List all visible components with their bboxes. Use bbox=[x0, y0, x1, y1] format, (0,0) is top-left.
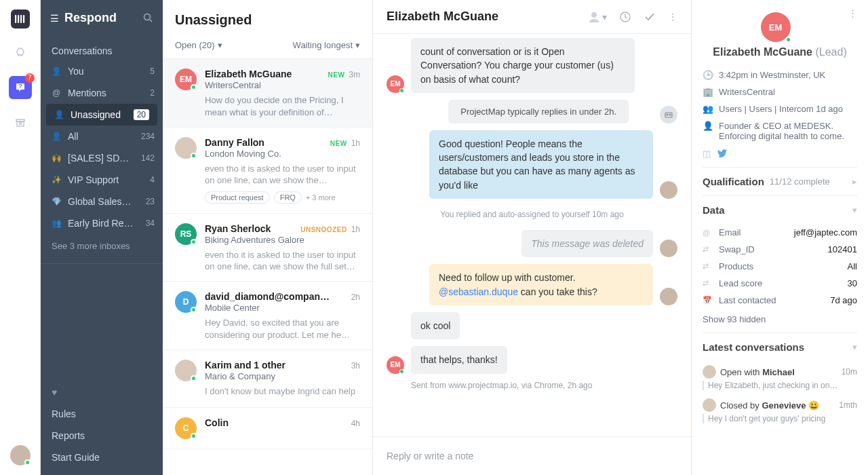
message-bubble[interactable]: ok cool bbox=[411, 312, 460, 339]
new-tag: NEW bbox=[328, 71, 344, 79]
thread-title: Elizabeth McGuane bbox=[387, 10, 587, 24]
meta-icon: 🏢 bbox=[703, 87, 712, 97]
latest-snippet: Hey Elizabeth, just checking in on… bbox=[703, 381, 857, 390]
filter-sort[interactable]: Waiting longest ▾ bbox=[293, 40, 360, 50]
conversation-preview: even tho it is asked to the user to inpu… bbox=[205, 163, 360, 186]
avatar bbox=[175, 360, 197, 381]
hamburger-icon[interactable]: ☰ bbox=[50, 13, 59, 24]
sidebar-item-label: Early Bird Re… bbox=[68, 218, 140, 229]
message-bubble[interactable]: Need to follow up with customer. @sebast… bbox=[429, 264, 653, 305]
current-user-avatar[interactable] bbox=[10, 445, 31, 466]
sidebar-bottom-link[interactable]: Reports bbox=[52, 425, 152, 446]
sidebar-title: Respond bbox=[64, 11, 138, 25]
meta-icon: 👥 bbox=[703, 104, 712, 114]
message-bubble[interactable]: count of conversation or is it Open Conv… bbox=[411, 38, 635, 93]
svg-rect-2 bbox=[20, 15, 22, 23]
message-row: ok cool bbox=[387, 312, 677, 339]
svg-point-8 bbox=[144, 14, 151, 20]
assign-icon[interactable]: ▾ bbox=[587, 10, 607, 24]
attr-value: All bbox=[848, 261, 857, 271]
data-attribute-row[interactable]: ⇄Swap_ID102401 bbox=[703, 241, 857, 258]
message-bubble[interactable]: Good question! People means the users/cu… bbox=[429, 130, 653, 199]
system-message: You replied and auto-assigned to yoursel… bbox=[387, 210, 677, 219]
data-attribute-row[interactable]: ⇄ProductsAll bbox=[703, 258, 857, 275]
conversation-thread: Elizabeth McGuane ▾ ⋮ EMcount of convers… bbox=[373, 0, 692, 475]
bot-avatar-icon bbox=[660, 106, 677, 124]
close-conversation-icon[interactable] bbox=[644, 11, 656, 23]
sidebar-item[interactable]: 👤All234 bbox=[41, 126, 163, 147]
data-section-header[interactable]: Data▾ bbox=[703, 196, 857, 224]
tag-chip[interactable]: FRQ bbox=[274, 191, 302, 204]
help-icon[interactable]: 7 ? bbox=[9, 76, 32, 99]
avatar: C bbox=[175, 417, 197, 439]
message-row: This message was deleted bbox=[387, 230, 677, 257]
sidebar-bottom-link[interactable]: Rules bbox=[52, 403, 152, 425]
inbox-icon: 👤 bbox=[53, 110, 65, 119]
sidebar-item-count: 5 bbox=[150, 66, 155, 76]
lead-name: Elizabeth McGuane (Lead) bbox=[703, 46, 857, 58]
conversation-preview: even tho it is asked to the user to inpu… bbox=[205, 249, 360, 272]
tag-chip[interactable]: Product request bbox=[205, 191, 270, 204]
conversation-item[interactable]: D david_diamond@compan…2h Mobile Center … bbox=[163, 282, 372, 350]
mention[interactable]: @sebastian.duque bbox=[439, 286, 518, 297]
message-row: EMthat helps, thanks! bbox=[387, 346, 677, 373]
sidebar-item-label: All bbox=[68, 131, 136, 142]
conversation-time: 3m bbox=[349, 70, 360, 79]
attr-key: Email bbox=[719, 227, 778, 238]
rocket-icon[interactable] bbox=[9, 41, 32, 64]
conversation-item[interactable]: Karim and 1 other3h Mario & Company I do… bbox=[163, 350, 372, 408]
svg-rect-3 bbox=[23, 15, 24, 23]
conversation-item[interactable]: RS Ryan SherlockUNSNOOZED1h Biking Adven… bbox=[163, 214, 372, 282]
more-chips[interactable]: + 3 more bbox=[306, 193, 336, 202]
sidebar-item-count: 4 bbox=[150, 175, 155, 185]
lead-meta-row: 🏢WritersCentral bbox=[703, 83, 857, 100]
presence-indicator bbox=[24, 459, 31, 466]
data-attribute-row[interactable]: @Emailjeff@japtec.com bbox=[703, 224, 857, 241]
composer-input[interactable]: Reply or write a note bbox=[373, 436, 691, 475]
attr-icon: ⇄ bbox=[703, 279, 713, 288]
filter-status[interactable]: Open (20) ▾ bbox=[175, 40, 222, 50]
data-attribute-row[interactable]: 📅Last contacted7d ago bbox=[703, 292, 857, 309]
sidebar-item[interactable]: 💎Global Sales…23 bbox=[41, 191, 163, 212]
sidebar-item[interactable]: @Mentions2 bbox=[41, 82, 163, 104]
sidebar-item[interactable]: 👤You5 bbox=[41, 60, 163, 82]
inbox-icon: 💎 bbox=[50, 197, 62, 206]
favorites-icon[interactable]: ♥ bbox=[52, 381, 152, 403]
attr-icon: 📅 bbox=[703, 296, 713, 305]
sidebar-item[interactable]: ✨VIP Support4 bbox=[41, 169, 163, 191]
conversation-name: Elizabeth McGuane bbox=[205, 69, 292, 79]
sidebar-item[interactable]: 🙌[SALES] SD…142 bbox=[41, 147, 163, 169]
inbox-icon: 👤 bbox=[50, 132, 62, 141]
search-icon[interactable] bbox=[143, 13, 153, 23]
details-more-icon[interactable]: ⋮ bbox=[848, 8, 857, 18]
latest-conversations-header[interactable]: Latest conversations▾ bbox=[703, 333, 857, 361]
user-avatar: EM bbox=[387, 75, 404, 93]
archive-icon[interactable] bbox=[9, 111, 32, 134]
qualification-section[interactable]: Qualification 11/12 complete ▸ bbox=[703, 168, 857, 195]
conversation-item[interactable]: C Colin4h bbox=[163, 408, 372, 449]
meta-icon: 🕒 bbox=[703, 70, 712, 80]
sidebar-item[interactable]: 👥Early Bird Re…34 bbox=[41, 212, 163, 234]
message-bubble[interactable]: This message was deleted bbox=[521, 230, 653, 257]
conversation-item[interactable]: Danny FallonNEW1h London Moving Co. even… bbox=[163, 128, 372, 214]
conversation-item[interactable]: EM Elizabeth McGuaneNEW3m WritersCentral… bbox=[163, 59, 372, 128]
lead-avatar[interactable]: EM bbox=[761, 12, 791, 42]
show-hidden[interactable]: Show 93 hidden bbox=[703, 309, 857, 333]
sidebar-bottom-link[interactable]: Start Guide bbox=[52, 446, 152, 468]
svg-point-12 bbox=[667, 114, 668, 115]
latest-conversation-item[interactable]: Closed by Genevieve 😀1mthHey I don't get… bbox=[703, 394, 857, 428]
svg-rect-0 bbox=[15, 15, 16, 23]
contacts-icon[interactable]: ◫ bbox=[703, 149, 711, 159]
data-attribute-row[interactable]: ⇄Lead score30 bbox=[703, 275, 857, 292]
sidebar-item-label: Mentions bbox=[68, 88, 144, 98]
latest-conversation-item[interactable]: Open with Michael 10mHey Elizabeth, just… bbox=[703, 361, 857, 394]
message-bubble[interactable]: that helps, thanks! bbox=[411, 346, 507, 373]
snooze-icon[interactable] bbox=[619, 11, 631, 23]
sidebar-item-count: 20 bbox=[134, 109, 149, 120]
twitter-icon[interactable] bbox=[717, 149, 727, 159]
inbox-icon: 👤 bbox=[50, 66, 62, 76]
sidebar-item[interactable]: 👤Unassigned20 bbox=[46, 104, 157, 126]
app-logo-icon[interactable] bbox=[11, 10, 30, 28]
more-icon[interactable]: ⋮ bbox=[668, 12, 677, 22]
see-more-inboxes[interactable]: See 3 more inboxes bbox=[41, 234, 163, 258]
